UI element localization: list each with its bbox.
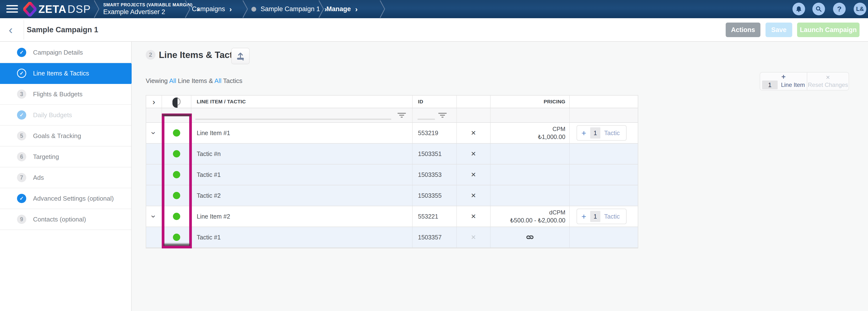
page-title: Sample Campaign 1 (27, 18, 98, 41)
plus-icon[interactable]: + (582, 128, 586, 138)
status-dot-green (173, 213, 180, 220)
breadcrumb-campaigns[interactable]: Campaigns › (192, 0, 232, 18)
chevron-down-icon[interactable]: › (149, 132, 159, 134)
launch-campaign-button[interactable]: Launch Campaign (797, 23, 860, 37)
add-tactic-control[interactable]: + 1 Tactic (577, 125, 627, 141)
step-number-badge: 2 (146, 50, 155, 60)
filter-icon[interactable] (438, 113, 446, 118)
search-button[interactable] (812, 3, 825, 15)
sidebar-item-line-items-tactics[interactable]: ✓ Line Items & Tactics (0, 63, 131, 84)
project-label: SMART PROJECTS (VARIABLE MARGIN) (103, 2, 193, 7)
status-dot-green (173, 150, 180, 158)
line-item-filter-input[interactable] (191, 108, 413, 122)
check-icon: ✓ (17, 194, 26, 203)
add-tactic-control[interactable]: + 1 Tactic (577, 209, 627, 224)
delete-icon[interactable]: ✕ (471, 234, 476, 241)
line-item-name: Line Item #1 (191, 123, 413, 143)
table-row-tactic-linked[interactable]: Tactic #1 1503357 ✕ (146, 227, 638, 248)
breadcrumb-manage[interactable]: Manage › (327, 0, 358, 18)
tactic-count-input[interactable]: 1 (590, 211, 600, 222)
tactic-count-input[interactable]: 1 (590, 127, 600, 139)
close-icon: × (826, 74, 830, 80)
step-number-badge: 9 (17, 215, 26, 224)
zeta-diamond-icon (23, 2, 36, 16)
contrast-status-icon[interactable] (173, 98, 181, 106)
all-tactics-link[interactable]: All (214, 77, 221, 84)
brand-dsp: DSP (67, 3, 91, 15)
delete-icon[interactable]: ✕ (471, 171, 476, 178)
check-icon: ✓ (17, 110, 26, 119)
status-dot-green (173, 234, 180, 241)
tactic-id: 1503357 (413, 227, 457, 247)
tactic-id: 1503353 (413, 165, 457, 185)
table-header-row: › LINE ITEM / TACTIC ID PRICING (146, 96, 638, 108)
delete-icon[interactable]: ✕ (471, 129, 476, 137)
delete-icon[interactable]: ✕ (471, 213, 476, 220)
check-icon: ✓ (17, 48, 26, 57)
reset-changes-button[interactable]: × Reset Changes (807, 73, 848, 90)
upload-button[interactable] (231, 48, 250, 64)
pricing-cell: dCPM ₺500.00 - ₺2,000.00 (491, 206, 570, 227)
delete-icon[interactable]: ✕ (471, 192, 476, 199)
all-line-items-link[interactable]: All (169, 77, 176, 84)
top-navbar: ZETA DSP SMART PROJECTS (VARIABLE MARGIN… (0, 0, 868, 18)
hamburger-menu-icon[interactable] (6, 5, 18, 13)
line-item-id: 553219 (413, 123, 457, 143)
table-row-tactic[interactable]: Tactic #n 1503351 ✕ (146, 144, 638, 165)
add-line-item-button[interactable]: + 1 Line Item (760, 73, 807, 90)
sidebar-item-goals-tracking[interactable]: 5 Goals & Tracking (0, 126, 131, 146)
viewing-filter-text: Viewing All Line Items & All Tactics (146, 77, 242, 85)
plus-icon: + (781, 73, 786, 80)
status-dot-green (173, 192, 180, 199)
advertiser-label: Example Advertiser 2 (103, 8, 193, 16)
status-dot-green (173, 171, 180, 178)
col-header-pricing: PRICING (491, 96, 570, 108)
help-icon: ? (837, 5, 841, 13)
line-item-name: Line Item #2 (191, 206, 413, 227)
id-filter-input[interactable] (413, 108, 457, 122)
save-button[interactable]: Save (766, 23, 792, 37)
table-row-line-item-1[interactable]: › Line Item #1 553219 ✕ CPM ₺1,000.00 + … (146, 123, 638, 144)
expand-all-icon[interactable]: › (153, 97, 155, 106)
sidebar-item-advanced-settings[interactable]: ✓ Advanced Settings (optional) (0, 188, 131, 209)
step-number-badge: 3 (17, 90, 26, 99)
table-row-line-item-2[interactable]: › Line Item #2 553221 ✕ dCPM ₺500.00 - ₺… (146, 206, 638, 227)
tactic-id: 1503351 (413, 144, 457, 164)
link-icon[interactable] (524, 232, 535, 243)
table-row-tactic[interactable]: Tactic #1 1503353 ✕ (146, 165, 638, 185)
line-item-count-input[interactable]: 1 (762, 80, 778, 89)
brand-zeta: ZETA (38, 3, 66, 15)
filter-icon[interactable] (398, 113, 406, 118)
chevron-down-icon[interactable]: › (149, 215, 159, 218)
chevron-right-icon: › (229, 5, 232, 13)
avatar-initials: L& (856, 6, 864, 12)
tactic-name: Tactic #1 (191, 227, 413, 247)
delete-icon[interactable]: ✕ (471, 150, 476, 158)
pricing-cell: CPM ₺1,000.00 (491, 123, 570, 143)
app-screen: ZETA DSP SMART PROJECTS (VARIABLE MARGIN… (0, 0, 868, 311)
sidebar-item-daily-budgets[interactable]: ✓ Daily Budgets (0, 105, 131, 126)
table-row-tactic[interactable]: Tactic #2 1503355 ✕ (146, 185, 638, 206)
plus-icon[interactable]: + (582, 212, 586, 221)
sidebar-item-targeting[interactable]: 6 Targeting (0, 146, 131, 167)
step-number-badge: 6 (17, 152, 26, 161)
sidebar-item-ads[interactable]: 7 Ads (0, 167, 131, 188)
line-item-controls: + 1 Line Item × Reset Changes (760, 72, 849, 91)
sidebar-item-contacts[interactable]: 9 Contacts (optional) (0, 209, 131, 230)
help-button[interactable]: ? (833, 3, 846, 15)
notifications-button[interactable] (793, 3, 805, 15)
sidebar-item-campaign-details[interactable]: ✓ Campaign Details (0, 42, 131, 63)
step-number-badge: 7 (17, 173, 26, 182)
breadcrumb-separator (185, 0, 191, 18)
campaign-header: ‹ Sample Campaign 1 Actions Save Launch … (0, 18, 868, 42)
step-number-badge: 5 (17, 131, 26, 140)
back-icon[interactable]: ‹ (9, 20, 12, 40)
sidebar-item-flights-budgets[interactable]: 3 Flights & Budgets (0, 84, 131, 105)
breadcrumb-separator (318, 0, 324, 18)
breadcrumb-campaign[interactable]: Sample Campaign 1 › (251, 0, 327, 18)
actions-button[interactable]: Actions (726, 23, 761, 37)
table-filter-row (146, 108, 638, 123)
col-header-id: ID (413, 96, 457, 108)
user-avatar[interactable]: L& (854, 3, 866, 15)
status-dot-gray (251, 7, 256, 12)
